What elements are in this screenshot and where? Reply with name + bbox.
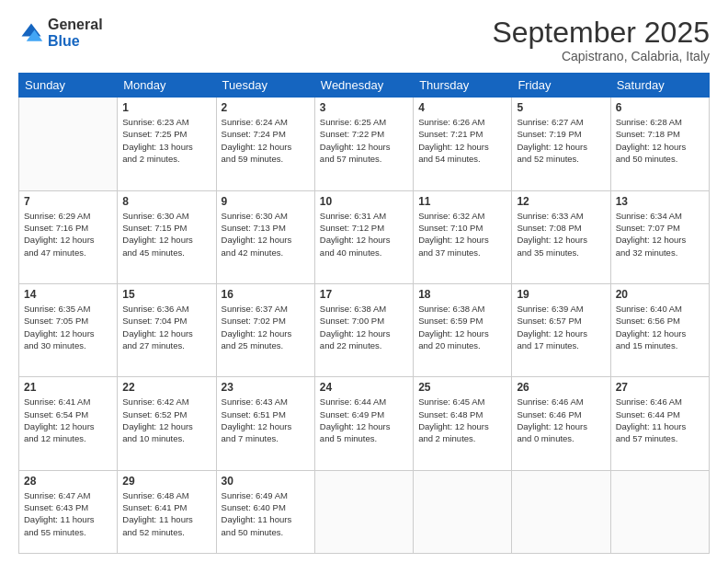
col-tuesday: Tuesday	[216, 74, 314, 98]
day-info: Sunrise: 6:42 AMSunset: 6:52 PMDaylight:…	[122, 396, 210, 444]
day-number: 16	[222, 288, 310, 301]
logo-text: General Blue	[48, 17, 103, 49]
logo-general: General	[48, 17, 103, 32]
day-number: 19	[517, 288, 605, 301]
day-info: Sunrise: 6:40 AMSunset: 6:56 PMDaylight:…	[616, 303, 704, 351]
table-row: 3Sunrise: 6:25 AMSunset: 7:22 PMDaylight…	[314, 98, 413, 190]
day-info: Sunrise: 6:45 AMSunset: 6:48 PMDaylight:…	[418, 396, 506, 444]
table-row: 2Sunrise: 6:24 AMSunset: 7:24 PMDaylight…	[216, 98, 314, 190]
page: General Blue September 2025 Capistrano, …	[0, 0, 728, 563]
table-row: 1Sunrise: 6:23 AMSunset: 7:25 PMDaylight…	[118, 98, 216, 190]
day-number: 11	[418, 195, 506, 208]
day-number: 7	[24, 195, 112, 208]
table-row	[19, 98, 118, 190]
day-info: Sunrise: 6:43 AMSunset: 6:51 PMDaylight:…	[222, 396, 310, 444]
logo-blue: Blue	[48, 33, 80, 49]
day-number: 8	[122, 195, 210, 208]
table-row: 20Sunrise: 6:40 AMSunset: 6:56 PMDayligh…	[610, 284, 709, 377]
table-row: 18Sunrise: 6:38 AMSunset: 6:59 PMDayligh…	[414, 284, 512, 377]
day-number: 13	[616, 195, 704, 208]
logo: General Blue	[18, 17, 103, 49]
table-row: 21Sunrise: 6:41 AMSunset: 6:54 PMDayligh…	[19, 377, 118, 470]
day-number: 27	[616, 381, 704, 394]
subtitle: Capistrano, Calabria, Italy	[492, 49, 710, 63]
table-row: 29Sunrise: 6:48 AMSunset: 6:41 PMDayligh…	[118, 470, 216, 553]
table-row: 13Sunrise: 6:34 AMSunset: 7:07 PMDayligh…	[610, 190, 709, 283]
day-number: 23	[222, 381, 310, 394]
day-info: Sunrise: 6:30 AMSunset: 7:15 PMDaylight:…	[122, 210, 210, 259]
table-row	[314, 470, 413, 553]
day-info: Sunrise: 6:38 AMSunset: 6:59 PMDaylight:…	[418, 303, 506, 351]
calendar: Sunday Monday Tuesday Wednesday Thursday…	[18, 73, 710, 554]
day-number: 17	[320, 288, 408, 301]
day-info: Sunrise: 6:44 AMSunset: 6:49 PMDaylight:…	[320, 396, 408, 444]
day-info: Sunrise: 6:33 AMSunset: 7:08 PMDaylight:…	[517, 210, 605, 259]
day-number: 12	[517, 195, 605, 208]
table-row: 10Sunrise: 6:31 AMSunset: 7:12 PMDayligh…	[314, 190, 413, 283]
day-info: Sunrise: 6:27 AMSunset: 7:19 PMDaylight:…	[517, 116, 605, 165]
day-number: 9	[222, 195, 310, 208]
day-info: Sunrise: 6:46 AMSunset: 6:44 PMDaylight:…	[616, 396, 704, 444]
table-row: 9Sunrise: 6:30 AMSunset: 7:13 PMDaylight…	[216, 190, 314, 283]
day-number: 28	[24, 475, 112, 488]
day-info: Sunrise: 6:32 AMSunset: 7:10 PMDaylight:…	[418, 210, 506, 259]
day-number: 22	[122, 381, 210, 394]
day-number: 25	[418, 381, 506, 394]
table-row: 7Sunrise: 6:29 AMSunset: 7:16 PMDaylight…	[19, 190, 118, 283]
day-info: Sunrise: 6:34 AMSunset: 7:07 PMDaylight:…	[616, 210, 704, 259]
table-row: 23Sunrise: 6:43 AMSunset: 6:51 PMDayligh…	[216, 377, 314, 470]
day-number: 15	[122, 288, 210, 301]
table-row: 17Sunrise: 6:38 AMSunset: 7:00 PMDayligh…	[314, 284, 413, 377]
table-row: 8Sunrise: 6:30 AMSunset: 7:15 PMDaylight…	[118, 190, 216, 283]
table-row: 25Sunrise: 6:45 AMSunset: 6:48 PMDayligh…	[414, 377, 512, 470]
col-saturday: Saturday	[610, 74, 709, 98]
day-info: Sunrise: 6:31 AMSunset: 7:12 PMDaylight:…	[320, 210, 408, 259]
day-number: 5	[517, 101, 605, 114]
day-number: 10	[320, 195, 408, 208]
table-row: 26Sunrise: 6:46 AMSunset: 6:46 PMDayligh…	[512, 377, 610, 470]
calendar-week-row: 28Sunrise: 6:47 AMSunset: 6:43 PMDayligh…	[19, 470, 710, 553]
day-number: 14	[24, 288, 112, 301]
day-number: 18	[418, 288, 506, 301]
table-row: 16Sunrise: 6:37 AMSunset: 7:02 PMDayligh…	[216, 284, 314, 377]
day-number: 29	[122, 475, 210, 488]
day-number: 3	[320, 101, 408, 114]
day-info: Sunrise: 6:29 AMSunset: 7:16 PMDaylight:…	[24, 210, 112, 259]
day-info: Sunrise: 6:38 AMSunset: 7:00 PMDaylight:…	[320, 303, 408, 351]
table-row: 14Sunrise: 6:35 AMSunset: 7:05 PMDayligh…	[19, 284, 118, 377]
table-row: 4Sunrise: 6:26 AMSunset: 7:21 PMDaylight…	[414, 98, 512, 190]
day-info: Sunrise: 6:23 AMSunset: 7:25 PMDaylight:…	[122, 116, 210, 165]
day-info: Sunrise: 6:25 AMSunset: 7:22 PMDaylight:…	[320, 116, 408, 165]
day-number: 26	[517, 381, 605, 394]
table-row: 28Sunrise: 6:47 AMSunset: 6:43 PMDayligh…	[19, 470, 118, 553]
day-info: Sunrise: 6:48 AMSunset: 6:41 PMDaylight:…	[122, 489, 210, 538]
table-row	[512, 470, 610, 553]
day-number: 6	[616, 101, 704, 114]
calendar-week-row: 7Sunrise: 6:29 AMSunset: 7:16 PMDaylight…	[19, 190, 710, 283]
day-number: 21	[24, 381, 112, 394]
day-info: Sunrise: 6:49 AMSunset: 6:40 PMDaylight:…	[222, 489, 310, 538]
table-row: 30Sunrise: 6:49 AMSunset: 6:40 PMDayligh…	[216, 470, 314, 553]
col-thursday: Thursday	[414, 74, 512, 98]
day-info: Sunrise: 6:35 AMSunset: 7:05 PMDaylight:…	[24, 303, 112, 351]
col-monday: Monday	[118, 74, 216, 98]
calendar-week-row: 21Sunrise: 6:41 AMSunset: 6:54 PMDayligh…	[19, 377, 710, 470]
calendar-week-row: 1Sunrise: 6:23 AMSunset: 7:25 PMDaylight…	[19, 98, 710, 190]
col-sunday: Sunday	[19, 74, 118, 98]
table-row: 5Sunrise: 6:27 AMSunset: 7:19 PMDaylight…	[512, 98, 610, 190]
table-row: 12Sunrise: 6:33 AMSunset: 7:08 PMDayligh…	[512, 190, 610, 283]
table-row: 15Sunrise: 6:36 AMSunset: 7:04 PMDayligh…	[118, 284, 216, 377]
day-number: 24	[320, 381, 408, 394]
title-block: September 2025 Capistrano, Calabria, Ita…	[492, 17, 710, 63]
day-info: Sunrise: 6:26 AMSunset: 7:21 PMDaylight:…	[418, 116, 506, 165]
header: General Blue September 2025 Capistrano, …	[18, 17, 710, 63]
table-row: 11Sunrise: 6:32 AMSunset: 7:10 PMDayligh…	[414, 190, 512, 283]
col-friday: Friday	[512, 74, 610, 98]
day-info: Sunrise: 6:24 AMSunset: 7:24 PMDaylight:…	[222, 116, 310, 165]
col-wednesday: Wednesday	[314, 74, 413, 98]
table-row: 6Sunrise: 6:28 AMSunset: 7:18 PMDaylight…	[610, 98, 709, 190]
table-row: 27Sunrise: 6:46 AMSunset: 6:44 PMDayligh…	[610, 377, 709, 470]
table-row: 22Sunrise: 6:42 AMSunset: 6:52 PMDayligh…	[118, 377, 216, 470]
calendar-week-row: 14Sunrise: 6:35 AMSunset: 7:05 PMDayligh…	[19, 284, 710, 377]
day-info: Sunrise: 6:41 AMSunset: 6:54 PMDaylight:…	[24, 396, 112, 444]
